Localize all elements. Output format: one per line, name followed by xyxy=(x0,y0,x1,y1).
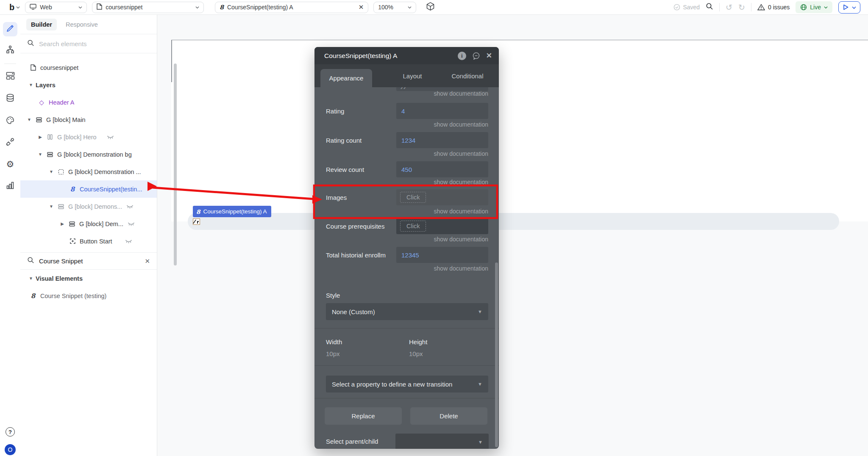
delete-button[interactable]: Delete xyxy=(410,407,487,425)
tab-conditional[interactable]: Conditional xyxy=(440,64,495,87)
builder-app: b Web coursesnippet 8 CourseSnippet(tes xyxy=(0,0,868,456)
theme-button[interactable] xyxy=(3,114,17,128)
page-select[interactable]: coursesnippet xyxy=(92,2,204,13)
tab-builder[interactable]: Builder xyxy=(26,19,57,30)
search-elements-input[interactable] xyxy=(39,40,136,47)
component-list-item[interactable]: 8 Course Snippet (testing) xyxy=(20,287,157,304)
visual-elements-group[interactable]: ▼ Visual Elements xyxy=(20,270,157,287)
help-button[interactable]: ? xyxy=(3,425,17,439)
cube-icon[interactable] xyxy=(426,2,434,12)
redo-icon[interactable]: ↻ xyxy=(738,3,745,11)
logo-chevron-down-icon[interactable] xyxy=(16,6,20,9)
chevron-expanded-icon[interactable]: ▼ xyxy=(28,83,34,87)
field-input-total-enrollment[interactable]: 12345 xyxy=(396,247,488,263)
data-button[interactable] xyxy=(3,91,17,106)
tree-row-button-start[interactable]: Button Start xyxy=(20,232,157,250)
click-to-edit-button[interactable]: Click xyxy=(400,221,426,232)
field-input-review-count[interactable]: 450 xyxy=(396,161,488,177)
field-input-rating[interactable]: 4 xyxy=(396,103,488,119)
show-documentation-link[interactable]: show documentation xyxy=(434,179,488,185)
builder-logo[interactable]: b xyxy=(9,3,14,12)
show-documentation-link[interactable]: show documentation xyxy=(434,121,488,128)
visibility-off-icon[interactable] xyxy=(125,239,132,244)
canvas[interactable]: 8 CourseSnippet(testing) A xyxy=(157,15,868,456)
replace-button[interactable]: Replace xyxy=(325,407,402,425)
integrations-button[interactable] xyxy=(3,135,17,150)
save-status: Saved xyxy=(673,4,700,11)
visibility-off-icon[interactable] xyxy=(128,221,135,227)
show-documentation-link[interactable]: show documentation xyxy=(434,265,488,272)
tree-row-label: Button Start xyxy=(80,238,112,245)
show-documentation-link[interactable]: show documentation xyxy=(434,208,488,215)
comment-icon[interactable] xyxy=(472,52,480,60)
tab-responsive[interactable]: Responsive xyxy=(61,19,103,30)
transition-select[interactable]: Select a property to define a new transi… xyxy=(326,376,488,392)
live-environment-select[interactable]: Live xyxy=(796,1,832,13)
clear-search-icon[interactable]: ✕ xyxy=(145,257,150,265)
tree-row-header-a[interactable]: ◇ Header A xyxy=(20,94,157,111)
tree-row-demonstration[interactable]: ▼ G [block] Demonstration ... xyxy=(20,163,157,180)
visibility-off-icon[interactable] xyxy=(107,135,114,140)
selected-element-area[interactable] xyxy=(188,213,839,230)
field-input-rating-count[interactable]: 1234 xyxy=(396,132,488,148)
chevron-expanded-icon[interactable]: ▼ xyxy=(37,152,43,157)
panel-scrollbar[interactable] xyxy=(495,263,498,447)
close-icon[interactable]: ✕ xyxy=(486,51,492,60)
issues-count-label: 0 issues xyxy=(768,4,790,11)
close-tab-icon[interactable]: ✕ xyxy=(359,3,364,11)
info-icon[interactable]: i xyxy=(458,52,466,60)
tree-row-main[interactable]: ▼ G [block] Main xyxy=(20,111,157,128)
tree-row-label: G [block] Main xyxy=(46,116,86,123)
chevron-down-icon: ▼ xyxy=(478,381,482,387)
sitemap-button[interactable] xyxy=(3,43,17,58)
edit-mode-button[interactable] xyxy=(3,22,17,36)
blocks-button[interactable] xyxy=(3,69,17,84)
tree-row-coursesnippet-selected[interactable]: 8 CourseSnippet(testin... xyxy=(20,180,157,198)
layers-scrollbar[interactable] xyxy=(174,64,177,265)
chevron-collapsed-icon[interactable]: ▶ xyxy=(37,135,43,139)
width-value[interactable]: 10px xyxy=(326,350,340,357)
open-component-tab[interactable]: 8 CourseSnippet(testing) A ✕ xyxy=(215,2,368,13)
field-input-course-prerequisites[interactable]: Click xyxy=(396,218,488,234)
field-label-review-count: Review count xyxy=(326,166,364,173)
height-value[interactable]: 10px xyxy=(409,350,423,357)
visibility-off-icon[interactable] xyxy=(126,204,134,209)
tree-row-demons[interactable]: ▼ G [block] Demons... xyxy=(20,198,157,215)
undo-icon[interactable]: ↺ xyxy=(726,3,732,11)
tree-row-layers[interactable]: ▼ Layers xyxy=(20,76,157,94)
search-icon[interactable] xyxy=(706,3,713,12)
tree-row-demonstration-bg[interactable]: ▼ G [block] Demonstration bg xyxy=(20,146,157,163)
style-select[interactable]: None (Custom) ▼ xyxy=(326,303,488,320)
tab-label: Conditional xyxy=(451,72,483,80)
selected-element-badge[interactable]: 8 CourseSnippet(testing) A xyxy=(193,206,271,217)
parent-child-select[interactable]: ▼ xyxy=(395,434,489,449)
device-select[interactable]: Web xyxy=(25,2,87,13)
chevron-expanded-icon[interactable]: ▼ xyxy=(28,276,34,281)
tree-row-hero[interactable]: ▶ G [block] Hero xyxy=(20,128,157,146)
preview-button[interactable] xyxy=(838,1,860,14)
chevron-collapsed-icon[interactable]: ▶ xyxy=(59,221,65,226)
page-select-value: coursesnippet xyxy=(106,4,142,11)
palette-icon xyxy=(6,116,14,126)
settings-button[interactable]: ⚙ xyxy=(3,157,17,171)
zoom-select[interactable]: 100% xyxy=(373,2,416,13)
tree-row-dem[interactable]: ▶ G [block] Dem... xyxy=(20,215,157,232)
user-avatar[interactable]: O xyxy=(3,442,17,456)
chevron-expanded-icon[interactable]: ▼ xyxy=(48,169,54,174)
tab-layout[interactable]: Layout xyxy=(385,64,440,87)
issues-button[interactable]: 0 issues xyxy=(757,4,790,11)
insights-button[interactable] xyxy=(3,179,17,193)
click-to-edit-button[interactable]: Click xyxy=(400,192,426,203)
tab-appearance[interactable]: Appearance xyxy=(320,69,372,87)
panel-header[interactable]: CourseSnippet(testing) A i ✕ xyxy=(314,47,499,64)
broken-image-icon[interactable] xyxy=(193,218,200,225)
field-input-images[interactable]: Click xyxy=(396,189,488,205)
show-documentation-link[interactable]: show documentation xyxy=(434,150,488,157)
component-search-input[interactable] xyxy=(39,257,128,265)
chevron-expanded-icon[interactable]: ▼ xyxy=(48,204,54,209)
show-documentation-link[interactable]: show documentation xyxy=(434,90,488,97)
tree-row-page[interactable]: coursesnippet xyxy=(20,59,157,76)
page-frame[interactable] xyxy=(171,40,868,221)
chevron-expanded-icon[interactable]: ▼ xyxy=(26,117,32,122)
show-documentation-link[interactable]: show documentation xyxy=(434,236,488,243)
